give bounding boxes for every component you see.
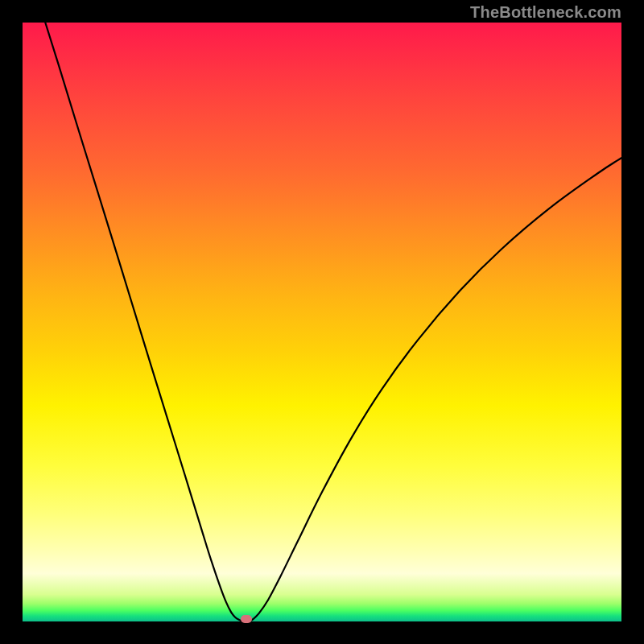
chart-stage: TheBottleneck.com [0,0,644,644]
curve-svg [23,23,621,621]
optimal-point-marker [241,615,252,623]
bottleneck-curve-left [45,23,246,621]
plot-area [23,23,621,621]
bottleneck-curve-right [246,158,621,621]
watermark-text: TheBottleneck.com [470,3,621,22]
